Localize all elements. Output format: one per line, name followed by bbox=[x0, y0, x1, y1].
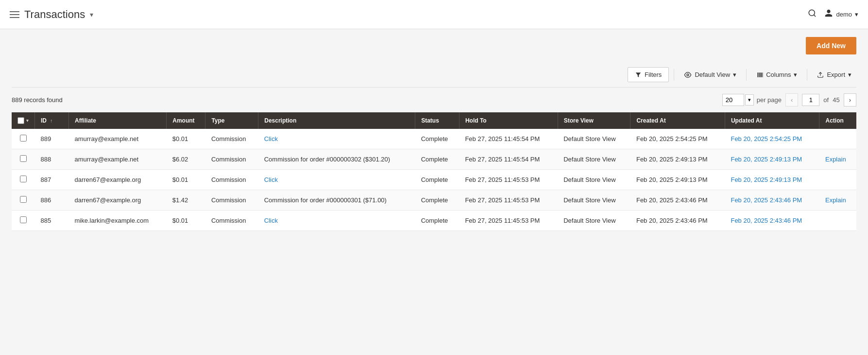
row-updated-at[interactable]: Feb 20, 2025 2:43:46 PM bbox=[725, 190, 819, 211]
th-checkbox: ▾ bbox=[12, 112, 35, 129]
row-affiliate: mike.larkin@example.com bbox=[69, 211, 167, 231]
row-affiliate: amurray@example.net bbox=[69, 149, 167, 170]
th-action: Action bbox=[819, 112, 856, 129]
user-menu[interactable]: demo ▾ bbox=[824, 9, 858, 20]
add-new-button[interactable]: Add New bbox=[806, 37, 856, 54]
row-id: 887 bbox=[35, 170, 69, 190]
row-id: 885 bbox=[35, 211, 69, 231]
columns-button[interactable]: Columns ▾ bbox=[751, 68, 802, 82]
th-type[interactable]: Type bbox=[205, 112, 258, 129]
row-status: Complete bbox=[415, 190, 460, 211]
row-status: Complete bbox=[415, 170, 460, 190]
row-description[interactable]: Click bbox=[258, 170, 415, 190]
th-id-label: ID bbox=[41, 117, 47, 124]
hamburger-icon[interactable] bbox=[10, 11, 19, 18]
export-label: Export bbox=[827, 71, 845, 78]
row-action[interactable]: Explain bbox=[819, 149, 856, 170]
updated-at-link[interactable]: Feb 20, 2025 2:43:46 PM bbox=[731, 217, 802, 224]
row-description[interactable]: Click bbox=[258, 129, 415, 149]
title-dropdown-icon[interactable]: ▾ bbox=[90, 11, 93, 18]
th-amount-label: Amount bbox=[172, 117, 194, 124]
row-description[interactable]: Click bbox=[258, 211, 415, 231]
current-page-input[interactable] bbox=[802, 94, 819, 106]
th-id[interactable]: ID ↑ bbox=[35, 112, 69, 129]
prev-page-button[interactable]: ‹ bbox=[785, 93, 798, 106]
checkbox-dropdown-icon[interactable]: ▾ bbox=[26, 118, 29, 123]
description-link[interactable]: Click bbox=[264, 135, 278, 142]
header-right: demo ▾ bbox=[808, 9, 858, 20]
action-link[interactable]: Explain bbox=[825, 196, 846, 204]
th-hold-to-label: Hold To bbox=[465, 117, 487, 124]
updated-at-link[interactable]: Feb 20, 2025 2:43:46 PM bbox=[731, 196, 802, 204]
sort-icon-id: ↑ bbox=[50, 118, 52, 124]
row-affiliate: darren67@example.org bbox=[69, 170, 167, 190]
row-type: Commission bbox=[205, 149, 258, 170]
table-row: 887 darren67@example.org $0.01 Commissio… bbox=[12, 170, 856, 190]
row-action bbox=[819, 211, 856, 231]
row-checkbox-2[interactable] bbox=[20, 176, 27, 182]
row-checkbox-cell bbox=[12, 170, 35, 190]
th-description[interactable]: Description bbox=[258, 112, 415, 129]
transactions-table: ▾ ID ↑ Affiliate Amount Type bbox=[12, 112, 856, 231]
records-count: 889 records found bbox=[12, 96, 63, 104]
row-id: 888 bbox=[35, 149, 69, 170]
row-hold-to: Feb 27, 2025 11:45:53 PM bbox=[459, 211, 558, 231]
table-container: ▾ ID ↑ Affiliate Amount Type bbox=[12, 112, 856, 231]
description-text: Commission for order #000000302 ($301.20… bbox=[264, 156, 390, 163]
filters-row: Filters Default View ▾ Columns ▾ bbox=[12, 62, 856, 88]
row-description: Commission for order #000000302 ($301.20… bbox=[258, 149, 415, 170]
table-row: 888 amurray@example.net $6.02 Commission… bbox=[12, 149, 856, 170]
row-checkbox-1[interactable] bbox=[20, 155, 27, 162]
th-affiliate[interactable]: Affiliate bbox=[69, 112, 167, 129]
row-checkbox-cell bbox=[12, 129, 35, 149]
description-text: Commission for order #000000301 ($71.00) bbox=[264, 196, 387, 204]
search-button[interactable] bbox=[808, 9, 817, 20]
svg-rect-4 bbox=[759, 72, 760, 77]
add-new-row: Add New bbox=[12, 29, 856, 62]
per-page-select: ▾ per page bbox=[722, 94, 782, 106]
view-dropdown-icon: ▾ bbox=[733, 71, 736, 78]
row-action[interactable]: Explain bbox=[819, 190, 856, 211]
row-checkbox-cell bbox=[12, 149, 35, 170]
th-description-label: Description bbox=[264, 117, 296, 124]
description-link[interactable]: Click bbox=[264, 176, 278, 183]
per-page-input[interactable] bbox=[722, 94, 744, 106]
separator-1 bbox=[674, 69, 674, 81]
columns-dropdown-icon: ▾ bbox=[794, 71, 797, 78]
row-created-at: Feb 20, 2025 2:54:25 PM bbox=[630, 129, 725, 149]
filters-button[interactable]: Filters bbox=[628, 67, 669, 82]
per-page-label: per page bbox=[757, 96, 782, 104]
row-store-view: Default Store View bbox=[558, 149, 630, 170]
row-amount: $6.02 bbox=[167, 149, 205, 170]
updated-at-link[interactable]: Feb 20, 2025 2:49:13 PM bbox=[731, 156, 802, 163]
export-button[interactable]: Export ▾ bbox=[812, 68, 856, 82]
next-page-button[interactable]: › bbox=[844, 93, 856, 106]
th-created-at[interactable]: Created At bbox=[630, 112, 725, 129]
total-pages: 45 bbox=[833, 96, 839, 104]
row-amount: $0.01 bbox=[167, 211, 205, 231]
header-left: Transactions ▾ bbox=[10, 8, 93, 21]
th-status[interactable]: Status bbox=[415, 112, 460, 129]
row-checkbox-0[interactable] bbox=[20, 135, 27, 142]
row-hold-to: Feb 27, 2025 11:45:54 PM bbox=[459, 149, 558, 170]
th-hold-to[interactable]: Hold To bbox=[459, 112, 558, 129]
per-page-arrow[interactable]: ▾ bbox=[745, 94, 754, 106]
default-view-button[interactable]: Default View ▾ bbox=[679, 68, 741, 82]
filters-label: Filters bbox=[645, 71, 662, 78]
row-checkbox-3[interactable] bbox=[20, 196, 27, 203]
row-checkbox-4[interactable] bbox=[20, 216, 27, 223]
row-checkbox-cell bbox=[12, 211, 35, 231]
updated-at-link[interactable]: Feb 20, 2025 2:54:25 PM bbox=[731, 135, 802, 142]
row-type: Commission bbox=[205, 190, 258, 211]
select-all-checkbox[interactable] bbox=[17, 117, 24, 124]
action-link[interactable]: Explain bbox=[825, 156, 846, 163]
updated-at-link[interactable]: Feb 20, 2025 2:49:13 PM bbox=[731, 176, 802, 183]
th-status-label: Status bbox=[421, 117, 439, 124]
th-store-view[interactable]: Store View bbox=[558, 112, 630, 129]
th-updated-at-label: Updated At bbox=[731, 117, 762, 124]
th-amount[interactable]: Amount bbox=[167, 112, 205, 129]
svg-rect-5 bbox=[761, 72, 762, 77]
description-link[interactable]: Click bbox=[264, 217, 278, 224]
th-updated-at[interactable]: Updated At bbox=[725, 112, 819, 129]
row-updated-at[interactable]: Feb 20, 2025 2:49:13 PM bbox=[725, 149, 819, 170]
